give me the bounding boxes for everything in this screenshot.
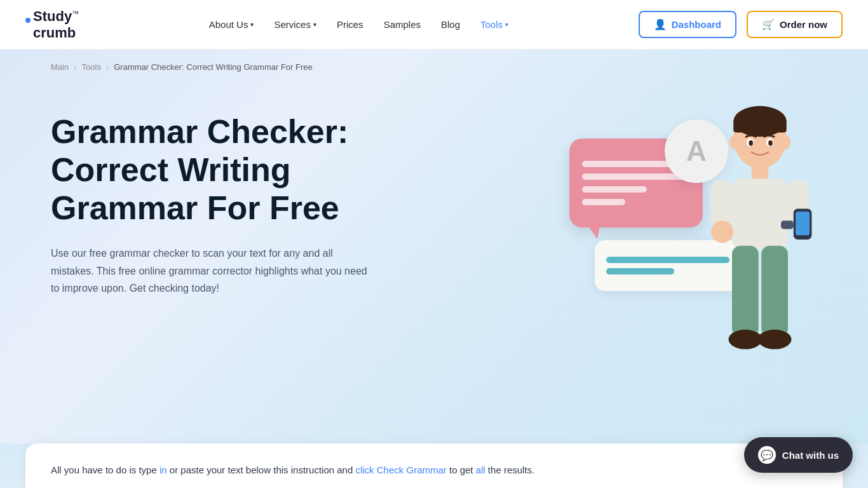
nav-about-us[interactable]: About Us ▾ [209, 19, 254, 30]
person-svg [690, 100, 830, 422]
chevron-down-icon: ▾ [250, 21, 254, 28]
logo-dot [25, 18, 31, 23]
svg-rect-2 [733, 120, 787, 133]
svg-rect-20 [781, 220, 794, 229]
breadcrumb-sep-2: › [106, 62, 109, 72]
nav-services[interactable]: Services ▾ [274, 19, 316, 30]
chevron-down-icon: ▾ [505, 21, 508, 28]
nav-prices[interactable]: Prices [337, 19, 363, 30]
line-decoration [582, 173, 690, 180]
main-nav: About Us ▾ Services ▾ Prices Samples Blo… [209, 19, 508, 30]
breadcrumb-tools[interactable]: Tools [82, 62, 101, 72]
line-decoration [582, 186, 647, 193]
user-icon: 👤 [654, 18, 667, 30]
line-decoration [582, 199, 625, 205]
nav-samples[interactable]: Samples [384, 19, 421, 30]
chat-widget-label: Chat with us [782, 450, 839, 461]
svg-point-7 [749, 140, 753, 146]
header-actions: 👤 Dashboard 🛒 Order now [639, 11, 843, 38]
cart-icon: 🛒 [762, 18, 775, 30]
svg-rect-15 [796, 212, 810, 235]
svg-point-3 [729, 135, 741, 149]
hero-title: Grammar Checker: Correct Writing Grammar… [51, 113, 419, 227]
chat-widget[interactable]: Chat with us [744, 437, 853, 473]
breadcrumb: Main › Tools › Grammar Checker: Correct … [51, 62, 313, 72]
hero-section: Main › Tools › Grammar Checker: Correct … [0, 50, 868, 444]
hero-description: Use our free grammar checker to scan you… [51, 245, 369, 297]
hero-content: Grammar Checker: Correct Writing Grammar… [51, 113, 419, 297]
breadcrumb-current: Grammar Checker: Correct Writing Grammar… [114, 62, 313, 72]
svg-rect-17 [761, 246, 788, 337]
nav-blog[interactable]: Blog [441, 19, 460, 30]
bottom-card: All you have to do is type in or paste y… [25, 444, 843, 488]
svg-point-18 [729, 330, 763, 349]
instruction-text: All you have to do is type in or paste y… [51, 463, 817, 478]
svg-point-19 [758, 330, 792, 349]
logo[interactable]: Study™crumb [25, 8, 79, 41]
person-illustration [690, 100, 830, 405]
hero-illustration: A [487, 50, 868, 444]
nav-tools[interactable]: Tools ▾ [480, 19, 508, 30]
bottom-section: All you have to do is type in or paste y… [0, 444, 868, 488]
highlight-in: in [159, 464, 167, 475]
highlight-all: all [476, 464, 485, 475]
chat-bubble-icon [758, 446, 776, 464]
order-now-button[interactable]: 🛒 Order now [747, 11, 843, 38]
illustration-container: A [519, 88, 836, 405]
svg-rect-9 [752, 163, 768, 180]
svg-point-4 [780, 135, 791, 149]
chevron-down-icon: ▾ [313, 21, 316, 28]
header: Study™crumb About Us ▾ Services ▾ Prices… [0, 0, 868, 50]
svg-point-8 [768, 140, 773, 146]
svg-rect-10 [732, 179, 788, 248]
line-decoration [606, 268, 674, 274]
breadcrumb-sep-1: › [74, 62, 76, 72]
breadcrumb-main[interactable]: Main [51, 62, 69, 72]
dashboard-button[interactable]: 👤 Dashboard [639, 11, 736, 38]
logo-text: Study™crumb [33, 8, 79, 41]
highlight-check: click Check Grammar [355, 464, 446, 475]
svg-point-12 [711, 220, 733, 243]
svg-rect-16 [732, 246, 759, 337]
